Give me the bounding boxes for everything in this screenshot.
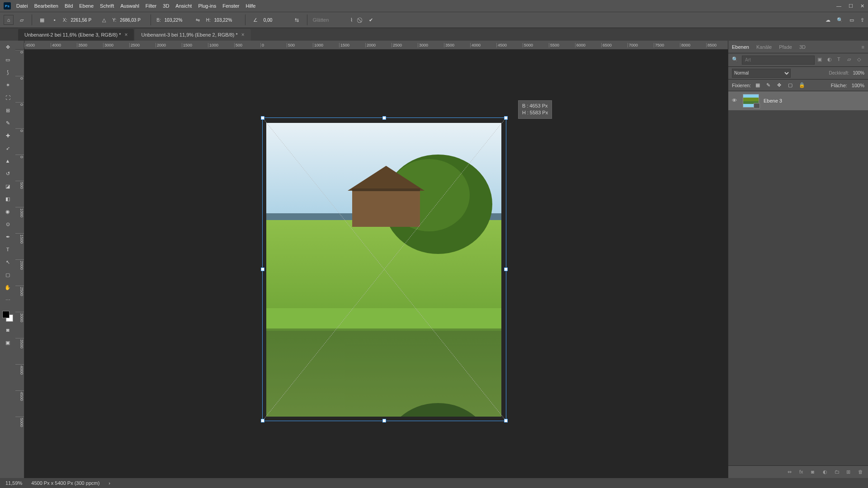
cloud-docs-icon[interactable]: ☁ [826,17,830,23]
layer-row[interactable]: 👁 Ebene 3 [728,91,868,110]
link-layers-icon[interactable]: ⇔ [788,469,794,475]
lock-move-icon[interactable]: ✥ [777,82,783,89]
lock-artboard-icon[interactable]: ▢ [788,82,794,89]
new-layer-icon[interactable]: ⊞ [846,469,853,475]
commit-transform-button[interactable]: ✔ [369,17,373,23]
menu-image[interactable]: Bild [65,3,73,9]
close-button[interactable]: ✕ [860,3,864,9]
transform-handle-bl[interactable] [261,419,264,422]
lock-pixels-icon[interactable]: ▦ [755,82,762,89]
eyedropper-tool[interactable]: ✎ [2,118,13,127]
reference-point-icon[interactable]: ▦ [38,15,47,24]
stamp-tool[interactable]: ▲ [2,156,13,165]
lock-all-icon[interactable]: 🔒 [799,82,805,89]
filter-smart-icon[interactable]: ◇ [857,56,864,64]
tab-layers[interactable]: Ebenen [732,44,749,50]
pen-tool[interactable]: ✒ [2,232,13,241]
search-icon[interactable]: 🔍 [837,17,843,23]
menu-file[interactable]: Datei [16,3,28,9]
quickmask-tool[interactable]: ◙ [2,325,13,334]
menu-filter[interactable]: Filter [146,3,156,9]
path-select-tool[interactable]: ↖ [2,258,13,267]
close-tab-icon[interactable]: × [124,32,127,38]
panel-menu-icon[interactable]: ≡ [862,44,864,50]
delete-layer-icon[interactable]: 🗑 [858,469,864,475]
visibility-toggle-icon[interactable]: 👁 [732,98,738,104]
document-tab[interactable]: Unbenannt-3 bei 11,9% (Ebene 2, RGB/8) *… [135,29,250,41]
healing-tool[interactable]: ✚ [2,131,13,140]
brush-tool[interactable]: ➶ [2,144,13,153]
shape-tool[interactable]: ▢ [2,270,13,279]
layer-thumbnail[interactable] [743,94,759,108]
status-more-icon[interactable]: › [108,480,110,486]
opacity-value[interactable]: 100% [853,70,864,75]
filter-image-icon[interactable]: ▣ [817,56,825,64]
w-input[interactable] [165,18,190,23]
filter-adjust-icon[interactable]: ◐ [827,56,835,64]
blur-tool[interactable]: ◉ [2,207,13,216]
tab-paths[interactable]: Pfade [779,44,792,50]
blend-mode-select[interactable]: Normal [732,69,791,78]
lasso-tool[interactable]: ⟆ [2,68,13,77]
share-icon[interactable]: ⇪ [860,17,864,23]
x-input[interactable] [71,18,96,23]
maximize-button[interactable]: ☐ [849,3,853,9]
transform-handle-bc[interactable] [382,419,386,422]
workspace-icon[interactable]: ▭ [849,17,854,23]
angle-input[interactable] [264,18,289,23]
move-tool[interactable]: ✥ [2,42,13,52]
link-aspect-icon[interactable]: ⇋ [193,15,203,24]
more-tools[interactable]: ⋯ [2,296,13,305]
history-brush-tool[interactable]: ↺ [2,169,13,178]
eraser-tool[interactable]: ◪ [2,182,13,191]
magic-wand-tool[interactable]: ✶ [2,80,13,89]
menu-help[interactable]: Hilfe [245,3,255,9]
transform-handle-br[interactable] [504,419,508,422]
canvas-area[interactable]: 4500400035003000250020001500100050005001… [15,41,728,478]
swap-xy-icon[interactable]: △ [99,15,108,24]
menu-layer[interactable]: Ebene [79,3,94,9]
type-tool[interactable]: T [2,245,13,254]
layer-filter-input[interactable] [742,56,815,65]
menu-window[interactable]: Fenster [222,3,239,9]
dodge-tool[interactable]: ⊙ [2,220,13,229]
gradient-tool[interactable]: ◧ [2,194,13,203]
transform-handle-mr[interactable] [504,267,508,271]
menu-view[interactable]: Ansicht [175,3,192,9]
color-swatch[interactable] [2,311,13,322]
warp-mode-icon[interactable]: ⌇ [350,17,353,23]
menu-select[interactable]: Auswahl [120,3,139,9]
document-tab[interactable]: Unbenannt-2 bei 11,6% (Ebene 3, RGB/8) *… [18,29,134,41]
transform-handle-tc[interactable] [382,116,386,120]
menu-edit[interactable]: Bearbeiten [34,3,58,9]
transform-icon[interactable]: ▱ [17,15,26,24]
crop-tool[interactable]: ⛶ [2,93,13,102]
home-button[interactable]: ⌂ [4,15,14,25]
interpolation-select[interactable]: Glätten [313,17,329,23]
layer-style-icon[interactable]: fx [799,469,806,475]
filter-type-icon[interactable]: T [837,56,844,64]
group-icon[interactable]: 🗀 [835,469,841,475]
ruler-origin[interactable] [15,41,24,50]
screenmode-tool[interactable]: ▣ [2,338,13,347]
minimize-button[interactable]: — [836,3,841,9]
zoom-level[interactable]: 11,59% [5,480,22,486]
menu-3d[interactable]: 3D [163,3,169,9]
tab-3d[interactable]: 3D [799,44,806,50]
layer-name[interactable]: Ebene 3 [764,98,782,103]
flip-h-icon[interactable]: ⇆ [292,15,302,24]
menu-type[interactable]: Schrift [100,3,114,9]
fill-value[interactable]: 100% [852,83,864,88]
adjustment-layer-icon[interactable]: ◐ [823,469,829,475]
close-tab-icon[interactable]: × [241,32,245,38]
h-input[interactable] [214,18,240,23]
menu-plugins[interactable]: Plug-ins [198,3,216,9]
lock-position-icon[interactable]: ✎ [766,82,773,89]
vertical-ruler[interactable]: 0000050010001500200025003000350040004500… [15,50,24,478]
hand-tool[interactable]: ✋ [2,283,13,292]
marquee-tool[interactable]: ▭ [2,55,13,64]
transform-handle-tl[interactable] [261,116,264,120]
transform-handle-tr[interactable] [504,116,508,120]
tab-channels[interactable]: Kanäle [756,44,772,50]
horizontal-ruler[interactable]: 4500400035003000250020001500100050005001… [24,41,728,50]
